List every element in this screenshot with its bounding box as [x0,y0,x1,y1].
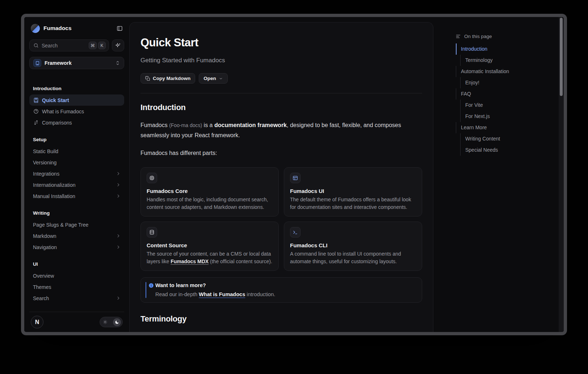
page-actions: Copy Markdown Open [140,73,422,84]
card-description: The default theme of Fumadocs offers a b… [290,196,416,211]
info-icon [148,283,154,288]
toc-header: On this page [455,34,551,39]
kbd-cmd: ⌘ [89,42,97,49]
align-left-icon [455,34,461,39]
copy-markdown-button[interactable]: Copy Markdown [140,73,195,84]
sidebar-section-ui: UI Overview Themes Search [29,261,124,304]
sidebar-item-label: Page Slugs & Page Tree [33,222,121,228]
callout-accent-bar [146,282,146,298]
sun-icon[interactable] [101,320,108,324]
card-description: Handles most of the logic, including doc… [147,196,273,211]
theme-toggle[interactable] [100,317,123,327]
framework-select[interactable]: Framework [29,57,124,69]
sidebar-item-integrations[interactable]: Integrations [29,168,124,179]
section-label: Introduction [29,86,124,91]
compare-icon [33,120,39,125]
search-placeholder: Search [42,43,87,49]
card-content-source[interactable]: Content Source The source of your conten… [140,222,279,271]
chevron-right-icon [116,296,121,301]
toc-item-writing-content[interactable]: Writing Content [460,133,551,144]
callout-body: Read our in-depth What is Fumadocs intro… [155,291,416,297]
parts-paragraph: Fumadocs has different parts: [140,148,422,158]
panel-left-icon [117,25,123,31]
terminology-paragraph: Markdown/MDX: Markdown is a markup langu… [140,331,422,332]
text-run: Fumadocs [140,122,169,128]
sidebar-item-internationalization[interactable]: Internationalization [29,179,124,190]
sidebar-item-static-build[interactable]: Static Build [29,146,124,157]
sidebar-item-navigation[interactable]: Navigation [29,241,124,253]
brand-title: Fumadocs [43,25,117,31]
card-description: The source of your content, can be a CMS… [147,250,273,265]
fumadocs-mdx-link[interactable]: Fumadocs MDX [171,259,209,264]
search-input[interactable]: Search ⌘ K [29,39,109,51]
sidebar-item-markdown[interactable]: Markdown [29,230,124,241]
text-run: introduction. [245,291,275,297]
chevron-right-icon [116,234,121,238]
toc-item-enjoy[interactable]: Enjoy! [460,77,551,88]
sidebar-item-label: Internationalization [33,182,116,188]
terminal-icon [290,227,301,238]
what-is-fumadocs-link[interactable]: What is Fumadocs [199,291,245,297]
moon-icon[interactable] [113,318,121,326]
card-title: Fumadocs CLI [290,242,416,248]
page-title: Quick Start [140,36,422,49]
sidebar-item-what-is-fumadocs[interactable]: What is Fumadocs [29,106,124,117]
toc-item-automatic-installation[interactable]: Automatic Installation [456,66,551,77]
sidebar-collapse-button[interactable] [117,25,123,31]
introduction-paragraph: Fumadocs (Foo-ma docs) is a documentatio… [140,120,422,140]
copy-markdown-label: Copy Markdown [153,76,190,81]
chevron-right-icon [116,194,121,198]
sidebar-item-search[interactable]: Search [29,293,124,304]
nextjs-avatar[interactable]: N [31,316,43,328]
sidebar-item-page-slugs[interactable]: Page Slugs & Page Tree [29,219,124,230]
window-scrollbar[interactable] [559,17,564,332]
toc-item-faq[interactable]: FAQ [456,88,551,100]
sidebar-item-versioning[interactable]: Versioning [29,157,124,168]
sidebar-item-quick-start[interactable]: Quick Start [29,94,124,106]
ai-assistant-button[interactable] [112,39,124,51]
sidebar-item-label: Navigation [33,244,116,250]
toc-item-for-nextjs[interactable]: For Next.js [460,111,551,122]
sidebar-section-writing: Writing Page Slugs & Page Tree Markdown … [29,210,124,253]
sidebar-item-comparisons[interactable]: Comparisons [29,117,124,128]
sidebar-section-introduction: Introduction Quick Start What is Fumadoc… [29,86,124,128]
sidebar-item-label: Search [33,295,116,301]
chevrons-up-down-icon [115,60,120,66]
open-button[interactable]: Open [199,73,228,84]
sparkles-icon [115,43,121,49]
open-label: Open [203,76,216,81]
sidebar-item-overview[interactable]: Overview [29,270,124,281]
sidebar-header: Fumadocs [29,23,124,34]
sidebar: Fumadocs Search ⌘ K [24,17,129,332]
scrollbar-thumb[interactable] [560,18,563,96]
card-description: A command line tool to install UI compon… [290,250,416,265]
toc-item-introduction[interactable]: Introduction [456,43,551,55]
card-fumadocs-ui[interactable]: Fumadocs UI The default theme of Fumadoc… [284,167,422,217]
sidebar-item-label: Overview [33,273,121,279]
sidebar-item-themes[interactable]: Themes [29,281,124,293]
chevron-right-icon [116,182,121,187]
sidebar-item-label: What is Fumadocs [42,109,121,114]
terminology-heading: Terminology [140,314,422,324]
sidebar-item-manual-installation[interactable]: Manual Installation [29,190,124,202]
section-label: Setup [29,137,124,142]
toc-item-learn-more[interactable]: Learn More [456,122,551,133]
feature-cards: Fumadocs Core Handles most of the logic,… [140,167,422,271]
sidebar-item-label: Manual Installation [33,193,116,199]
layout-icon [290,173,301,183]
toc-item-for-vite[interactable]: For Vite [460,100,551,111]
info-callout: Want to learn more? Read our in-depth Wh… [140,277,422,303]
search-icon [33,43,39,48]
fumadocs-logo [31,24,40,33]
toc-item-terminology[interactable]: Terminology [460,55,551,66]
main-area: Quick Start Getting Started with Fumadoc… [129,17,433,332]
copy-icon [145,76,150,81]
search-row: Search ⌘ K [29,39,124,51]
sidebar-section-setup: Setup Static Build Versioning Integratio… [29,137,124,202]
card-fumadocs-core[interactable]: Fumadocs Core Handles most of the logic,… [140,167,279,217]
section-label: Writing [29,210,124,216]
text-run-bold: documentation framework [214,122,287,128]
sidebar-item-label: Versioning [33,160,121,165]
card-fumadocs-cli[interactable]: Fumadocs CLI A command line tool to inst… [284,222,422,271]
toc-item-special-needs[interactable]: Special Needs [460,144,551,156]
